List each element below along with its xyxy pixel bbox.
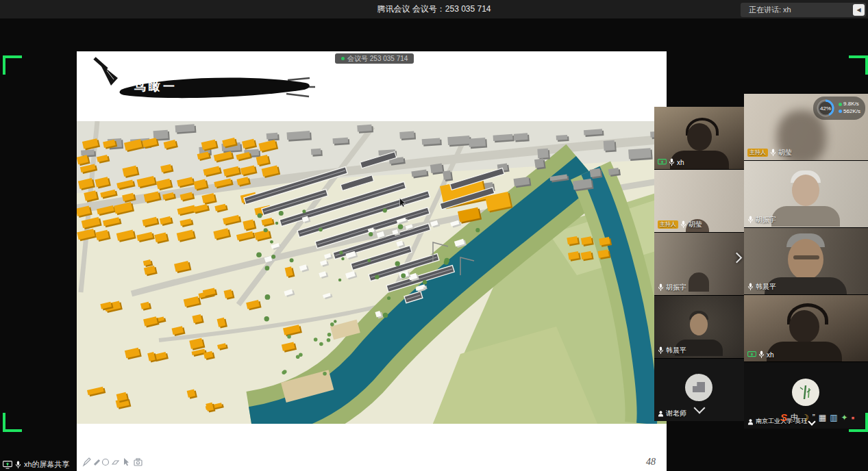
speaking-indicator-label: 正在讲话: xh (741, 5, 853, 15)
participant-name: 胡莹 (689, 220, 702, 229)
clipboard-icon[interactable]: ▥ (830, 413, 837, 422)
meeting-id-badge: 会议号 253 035 714 (335, 53, 414, 64)
video-column-left: xh 主持人 胡莹 (654, 107, 744, 421)
brush-pen-handle (95, 58, 107, 69)
camera-tool-icon[interactable] (134, 459, 142, 466)
mic-icon (658, 283, 664, 292)
mouse-cursor-icon (399, 198, 406, 207)
brush-pen-icon (100, 64, 118, 86)
host-badge: 主持人 (658, 220, 678, 229)
download-rate: 562K/s (843, 108, 860, 114)
monitor-icon (3, 461, 12, 469)
participant-name: 胡莹 (778, 148, 792, 157)
video-tile[interactable]: 胡振宇 (654, 233, 744, 295)
capture-frame-corner-top-left (3, 55, 22, 75)
participant-name: 胡振宇 (666, 283, 686, 292)
video-tile[interactable]: 韩晨平 (654, 296, 744, 358)
mic-icon (15, 461, 21, 469)
participant-name: 韩晨平 (756, 282, 776, 292)
cursor-tool-icon[interactable] (124, 458, 129, 466)
input-method-toolbar: S 中 ☽ ” ▦ ▥ ✦ ▪ (780, 411, 855, 423)
network-stats-overlay: 42% 9.8K/s 562K/s (813, 97, 865, 120)
capture-frame-corner-top-right (849, 55, 868, 75)
video-tile[interactable]: xh (654, 107, 744, 169)
speaking-indicator-box: 正在讲话: xh ◀ (741, 3, 866, 17)
upload-rate: 9.8K/s (843, 101, 859, 107)
pencil-tool-icon[interactable] (84, 458, 90, 466)
slide-title: 鸟瞰一 (134, 79, 177, 94)
video-tile[interactable]: xh (744, 295, 868, 361)
video-column-right: 42% 9.8K/s 562K/s 主持人 胡莹 (744, 94, 868, 429)
marker-tool-icon[interactable] (95, 460, 99, 465)
shared-screen-stage: 会议号 253 035 714 鸟瞰一 正在 (0, 18, 868, 471)
shared-slide: 会议号 253 035 714 鸟瞰一 正在 (77, 51, 667, 471)
participant-name: 谢老师 (666, 409, 686, 418)
host-badge: 主持人 (747, 149, 768, 157)
person-icon (658, 410, 664, 417)
capture-frame-corner-bottom-left (3, 413, 22, 432)
status-dot-icon (341, 57, 345, 60)
mic-icon (758, 351, 765, 359)
slide-page-number: 48 (646, 457, 656, 468)
window-title-bar: 腾讯会议 会议号：253 035 714 (0, 0, 868, 18)
person-icon (747, 418, 754, 425)
video-tile[interactable]: 韩晨平 (744, 228, 868, 294)
participant-name: 胡振宇 (756, 215, 776, 225)
mic-icon (680, 220, 686, 229)
ink-brush-stroke (85, 57, 321, 106)
participant-name: xh (677, 159, 684, 166)
sogou-logo-icon[interactable]: S (780, 412, 787, 422)
participant-name: xh (767, 351, 774, 359)
capture-frame-corner-bottom-right (849, 413, 868, 432)
mic-icon (747, 283, 754, 291)
network-percent: 42% (820, 105, 831, 112)
night-mode-icon[interactable]: ☽ (802, 413, 809, 422)
video-tile[interactable]: 胡振宇 (744, 161, 868, 227)
mic-icon (770, 149, 776, 157)
tencent-meeting-window: 腾讯会议 会议号：253 035 714 正在讲话: xh ◀ 会议号 253 … (0, 0, 868, 471)
collapse-panel-icon[interactable]: ◀ (853, 4, 865, 16)
screen-share-indicator: xh的屏幕共享 (3, 459, 70, 470)
eraser-tool-icon[interactable] (112, 461, 119, 464)
bamboo-avatar (792, 379, 819, 406)
logo-avatar (685, 374, 712, 401)
punctuation-icon[interactable]: ” (813, 413, 815, 422)
mic-icon (669, 158, 675, 166)
screen-share-icon (747, 351, 756, 359)
meeting-title: 腾讯会议 会议号：253 035 714 (377, 3, 491, 15)
share-indicator-label: xh的屏幕共享 (24, 459, 70, 470)
screen-share-icon (658, 159, 667, 166)
network-gauge-icon: 42% (815, 98, 836, 118)
mic-icon (747, 216, 754, 224)
mic-icon (658, 346, 664, 355)
toolbox-icon[interactable]: ✦ (841, 413, 847, 422)
soft-keyboard-icon[interactable]: ▦ (819, 413, 826, 422)
annotation-toolbar (82, 457, 156, 468)
input-mode-chinese-icon[interactable]: 中 (791, 413, 798, 421)
glasses-icon (793, 255, 819, 259)
city-model-3d (77, 121, 667, 424)
meeting-id-text: 会议号 253 035 714 (347, 54, 408, 64)
download-dot-icon (839, 110, 842, 113)
participant-name: 韩晨平 (666, 346, 686, 355)
circle-tool-icon[interactable] (103, 459, 109, 466)
video-tile[interactable]: 主持人 胡莹 (654, 170, 744, 232)
upload-dot-icon (839, 103, 842, 106)
video-tile[interactable]: 42% 9.8K/s 562K/s 主持人 胡莹 (744, 94, 868, 160)
